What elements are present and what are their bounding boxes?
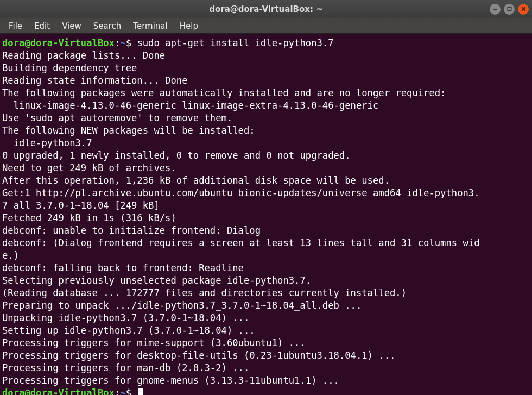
maximize-icon (506, 6, 512, 12)
terminal-output-line: e.) (2, 249, 529, 262)
menu-edit[interactable]: Edit (29, 20, 55, 33)
prompt-dollar: $ (126, 37, 131, 48)
minimize-icon (492, 6, 498, 12)
close-icon (521, 6, 527, 12)
window-controls (490, 4, 529, 15)
entered-command: sudo apt-get install idle-python3.7 (131, 37, 334, 48)
terminal-output-line: idle-python3.7 (2, 137, 529, 149)
terminal-output-line: linux-image-4.13.0-46-generic linux-imag… (2, 99, 529, 112)
menu-file[interactable]: File (3, 20, 28, 33)
menubar: File Edit View Search Terminal Help (0, 18, 532, 34)
close-button[interactable] (518, 4, 529, 15)
terminal-output-line: Preparing to unpack .../idle-python3.7_3… (2, 299, 529, 312)
terminal-output-line: The following NEW packages will be insta… (2, 124, 529, 137)
terminal-output-line: Need to get 249 kB of archives. (2, 162, 529, 174)
terminal-output-line: 7 all 3.7.0-1~18.04 [249 kB] (2, 199, 529, 212)
prompt-dollar-2: $ (126, 387, 131, 395)
window-titlebar: dora@dora-VirtualBox: ~ (0, 0, 532, 18)
menu-search[interactable]: Search (88, 20, 127, 33)
terminal-output-line: The following packages were automaticall… (2, 87, 529, 99)
terminal-output-line: debconf: unable to initialize frontend: … (2, 224, 529, 237)
terminal-output-line: (Reading database ... 172777 files and d… (2, 287, 529, 299)
terminal-output-line: Get:1 http://pl.archive.ubuntu.com/ubunt… (2, 187, 529, 199)
current-input (131, 387, 137, 395)
terminal-output-line: debconf: (Dialog frontend requires a scr… (2, 237, 529, 249)
svg-rect-1 (508, 7, 511, 11)
terminal-output-line: After this operation, 1,236 kB of additi… (2, 174, 529, 187)
menu-view[interactable]: View (56, 20, 87, 33)
maximize-button[interactable] (504, 4, 515, 15)
prompt-line: dora@dora-VirtualBox:~$ sudo apt-get ins… (2, 37, 529, 49)
prompt-separator-2: : (115, 387, 120, 395)
terminal-output: Reading package lists... DoneBuilding de… (2, 49, 529, 387)
terminal-output-line: Selecting previously unselected package … (2, 274, 529, 287)
terminal-output-line: Processing triggers for man-db (2.8.3-2)… (2, 362, 529, 374)
terminal-output-line: Processing triggers for desktop-file-uti… (2, 349, 529, 362)
terminal-output-line: 0 upgraded, 1 newly installed, 0 to remo… (2, 149, 529, 162)
menu-help[interactable]: Help (174, 20, 204, 33)
terminal-output-line: Reading state information... Done (2, 74, 529, 87)
prompt-path-2: ~ (120, 387, 125, 395)
terminal-output-line: Setting up idle-python3.7 (3.7.0-1~18.04… (2, 324, 529, 337)
prompt-line-final: dora@dora-VirtualBox:~$ (2, 387, 529, 395)
terminal-output-line: Reading package lists... Done (2, 49, 529, 62)
minimize-button[interactable] (490, 4, 501, 15)
text-cursor (138, 388, 143, 395)
terminal-output-line: Processing triggers for gnome-menus (3.1… (2, 374, 529, 387)
terminal-output-line: debconf: falling back to frontend: Readl… (2, 262, 529, 274)
terminal-viewport[interactable]: dora@dora-VirtualBox:~$ sudo apt-get ins… (0, 34, 532, 395)
menu-terminal[interactable]: Terminal (128, 20, 173, 33)
terminal-output-line: Building dependency tree (2, 62, 529, 74)
prompt-separator: : (115, 37, 120, 48)
terminal-output-line: Use 'sudo apt autoremove' to remove them… (2, 112, 529, 124)
window-title: dora@dora-VirtualBox: ~ (209, 4, 322, 14)
terminal-output-line: Fetched 249 kB in 1s (316 kB/s) (2, 212, 529, 224)
prompt-path: ~ (120, 37, 125, 48)
terminal-output-line: Unpacking idle-python3.7 (3.7.0-1~18.04)… (2, 312, 529, 324)
prompt-user-host: dora@dora-VirtualBox (2, 37, 115, 48)
terminal-output-line: Processing triggers for mime-support (3.… (2, 337, 529, 349)
prompt-user-host-2: dora@dora-VirtualBox (2, 387, 115, 395)
